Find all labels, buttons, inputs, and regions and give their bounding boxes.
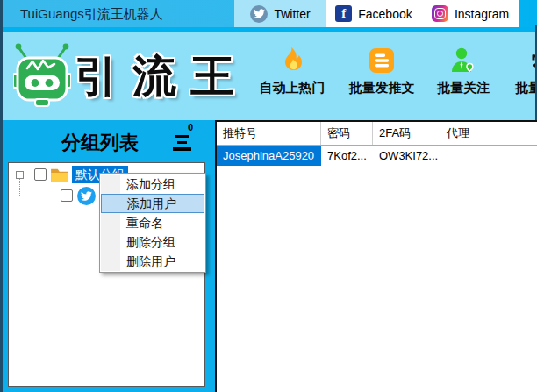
group-list-title: 分组列表: [61, 130, 139, 156]
menu-item-rename[interactable]: 重命名: [100, 213, 205, 232]
bulk-follow-button[interactable]: 批量关注: [421, 44, 505, 112]
group-checkbox[interactable]: [34, 168, 47, 181]
column-header-proxy[interactable]: 代理: [440, 122, 537, 145]
tab-instagram-label: Instagram: [455, 7, 509, 21]
instagram-icon: [432, 5, 448, 22]
robot-logo-icon: [13, 40, 71, 114]
bulk-retweet-button[interactable]: 批量: [505, 44, 537, 112]
column-header-password[interactable]: 密码: [321, 122, 373, 145]
document-icon: [368, 46, 396, 75]
auto-trending-label: 自动上热门: [260, 80, 326, 96]
logo-wordmark: 引流王: [75, 47, 248, 106]
folder-icon: [50, 167, 69, 187]
menu-item-delete-user[interactable]: 删除用户: [100, 252, 205, 271]
tab-facebook[interactable]: f Facebook: [326, 0, 421, 27]
bulk-follow-label: 批量关注: [437, 80, 490, 96]
app-window: TuiGuangs引流王机器人 Twitter f Facebook Insta…: [0, 0, 537, 392]
column-header-2fa[interactable]: 2FA码: [373, 122, 440, 145]
cell-proxy[interactable]: [440, 146, 537, 166]
cell-2fa[interactable]: OW3KI72...: [373, 146, 440, 166]
tab-twitter-label: Twitter: [274, 7, 310, 21]
accounts-table: 推特号 密码 2FA码 代理 JosephinaA25920 7Kof2... …: [215, 120, 537, 392]
group-menu-icon[interactable]: [172, 134, 193, 152]
context-menu: 添加分组 添加用户 重命名 删除分组 删除用户: [99, 173, 206, 273]
table-row[interactable]: JosephinaA25920 7Kof2... OW3KI72...: [217, 146, 537, 166]
twitter-icon: [250, 5, 268, 23]
tree-connector: [19, 196, 60, 196]
tab-facebook-label: Facebook: [358, 7, 412, 21]
column-header-twitter-id[interactable]: 推特号: [217, 122, 321, 145]
menu-item-add-user[interactable]: 添加用户: [101, 194, 204, 213]
twitter-icon[interactable]: [77, 187, 96, 205]
window-title: TuiGuangs引流王机器人: [20, 0, 163, 27]
bulk-retweet-label: 批量: [515, 80, 537, 96]
bulk-post-button[interactable]: 批量发推文: [340, 44, 424, 112]
cell-password[interactable]: 7Kof2...: [321, 146, 373, 166]
facebook-icon: f: [335, 5, 352, 22]
tree-expander-icon[interactable]: [16, 171, 24, 179]
menu-item-delete-group[interactable]: 删除分组: [100, 232, 205, 252]
bulk-post-label: 批量发推文: [349, 80, 415, 96]
flame-icon: [278, 46, 306, 75]
table-header-row: 推特号 密码 2FA码 代理: [217, 122, 537, 146]
tree-connector: [19, 179, 20, 196]
cell-twitter-id[interactable]: JosephinaA25920: [217, 146, 321, 166]
tab-twitter[interactable]: Twitter: [234, 0, 326, 27]
follow-user-icon: [449, 46, 477, 75]
group-count-badge: 0: [188, 122, 193, 132]
auto-trending-button[interactable]: 自动上热门: [250, 44, 334, 112]
menu-item-add-group[interactable]: 添加分组: [100, 175, 205, 194]
tree-connector: [24, 175, 34, 175]
app-header: 引流王 自动上热门 批量发推文 批量关注: [3, 32, 535, 120]
tab-instagram[interactable]: Instagram: [421, 0, 519, 27]
user-checkbox[interactable]: [61, 189, 73, 202]
